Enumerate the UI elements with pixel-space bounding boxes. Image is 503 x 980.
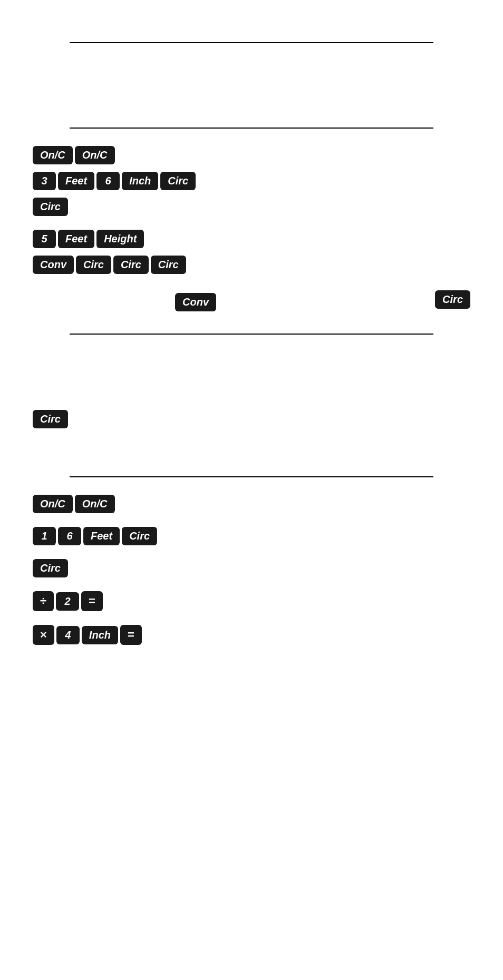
- row-conv-circ-circ-circ: Conv Circ Circ Circ: [32, 254, 471, 276]
- btn-equals-2[interactable]: =: [120, 625, 142, 645]
- btn-onc-2[interactable]: On/C: [75, 146, 115, 164]
- btn-3[interactable]: 3: [33, 172, 56, 190]
- page: On/C On/C 3 Feet 6 Inch Circ Circ 5 Feet…: [0, 0, 503, 980]
- btn-multiply[interactable]: ×: [33, 625, 54, 645]
- row-x-4-inch-eq: × 4 Inch =: [32, 623, 471, 646]
- btn-circ-4[interactable]: Circ: [113, 256, 149, 274]
- btn-inch-2[interactable]: Inch: [82, 626, 118, 644]
- row-div-2-eq: ÷ 2 =: [32, 590, 471, 613]
- btn-5[interactable]: 5: [33, 230, 56, 248]
- btn-feet-3[interactable]: Feet: [83, 527, 120, 545]
- btn-circ-1[interactable]: Circ: [160, 172, 196, 190]
- btn-1[interactable]: 1: [33, 527, 56, 545]
- row-3-feet-6-inch-circ: 3 Feet 6 Inch Circ: [32, 170, 471, 192]
- btn-inch-1[interactable]: Inch: [122, 172, 158, 190]
- section-2: Circ: [0, 398, 503, 445]
- btn-equals-1[interactable]: =: [81, 591, 103, 611]
- btn-circ-5[interactable]: Circ: [151, 256, 186, 274]
- spacer-2: [0, 445, 503, 476]
- btn-6[interactable]: 6: [96, 172, 120, 190]
- row-onc-1: On/C On/C: [32, 144, 471, 166]
- btn-6-2[interactable]: 6: [58, 527, 81, 545]
- row-circ-1: Circ: [32, 196, 471, 218]
- btn-circ-6[interactable]: Circ: [122, 527, 157, 545]
- section-1: On/C On/C 3 Feet 6 Inch Circ Circ 5 Feet…: [0, 129, 503, 334]
- btn-circ-solo[interactable]: Circ: [33, 410, 68, 428]
- btn-height[interactable]: Height: [96, 230, 144, 248]
- row-1-6-feet-circ: 1 6 Feet Circ: [32, 525, 471, 547]
- row-spaced: Conv Circ: [32, 286, 471, 328]
- btn-circ-right[interactable]: Circ: [435, 290, 470, 309]
- btn-onc-4[interactable]: On/C: [75, 495, 115, 513]
- row-circ-solo: Circ: [32, 408, 471, 430]
- row-circ-2: Circ: [32, 557, 471, 579]
- btn-conv-1[interactable]: Conv: [33, 256, 74, 274]
- section-3: On/C On/C 1 6 Feet Circ Circ ÷ 2 = × 4 I…: [0, 477, 503, 661]
- btn-circ-3[interactable]: Circ: [76, 256, 111, 274]
- btn-feet-1[interactable]: Feet: [58, 172, 94, 190]
- row-5-feet-height: 5 Feet Height: [32, 228, 471, 250]
- btn-onc-3[interactable]: On/C: [33, 495, 73, 513]
- btn-onc-1[interactable]: On/C: [33, 146, 73, 164]
- btn-conv-2[interactable]: Conv: [175, 293, 216, 311]
- btn-circ-2[interactable]: Circ: [33, 198, 68, 216]
- btn-feet-2[interactable]: Feet: [58, 230, 94, 248]
- btn-divide[interactable]: ÷: [33, 591, 54, 611]
- row-onc-2: On/C On/C: [32, 493, 471, 515]
- btn-2[interactable]: 2: [56, 592, 79, 611]
- section-mid-spacer: [0, 335, 503, 398]
- btn-circ-7[interactable]: Circ: [33, 559, 68, 577]
- btn-4[interactable]: 4: [56, 626, 80, 644]
